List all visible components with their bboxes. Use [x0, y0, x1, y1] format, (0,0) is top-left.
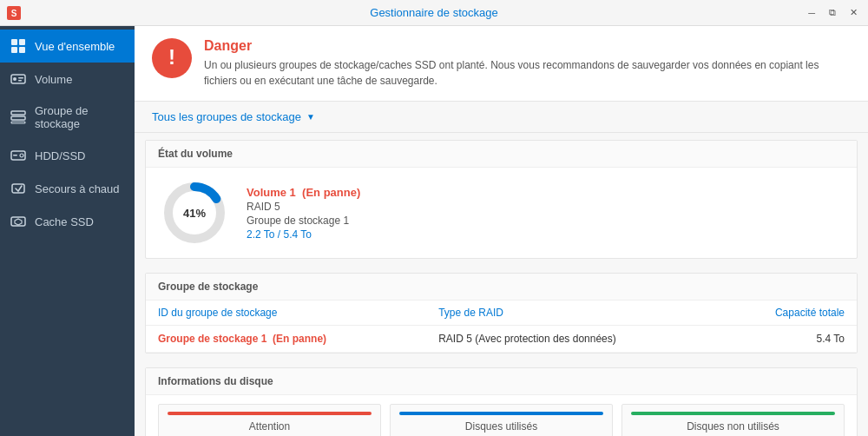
volume-size: 2.2 To / 5.4 To	[247, 228, 843, 241]
sidebar: Vue d'ensemble Volume Groupe de stockage	[0, 26, 135, 436]
restore-button[interactable]: ⧉	[825, 5, 839, 20]
svg-rect-15	[13, 155, 17, 156]
svg-text:S: S	[11, 9, 17, 18]
sidebar-item-secours[interactable]: Secours à chaud	[0, 172, 135, 205]
svg-rect-5	[19, 47, 25, 53]
svg-point-14	[20, 154, 23, 157]
volume-group: Groupe de stockage 1	[247, 215, 843, 227]
svg-rect-2	[11, 39, 17, 45]
svg-rect-10	[11, 111, 25, 115]
volume-state-body: 41% Volume 1 (En panne) RAID 5 Groupe de…	[146, 168, 857, 258]
danger-text-block: Danger Un ou plusieurs groupes de stocka…	[204, 38, 851, 89]
dashboard-icon	[10, 38, 26, 54]
table-row: Groupe de stockage 1 (En panne) RAID 5 (…	[146, 326, 857, 353]
svg-rect-8	[18, 77, 23, 79]
cache-icon	[10, 214, 26, 229]
secours-icon	[10, 181, 26, 196]
app-title: Gestionnaire de stockage	[370, 6, 497, 19]
danger-title: Danger	[204, 38, 851, 54]
danger-banner: ! Danger Un ou plusieurs groupes de stoc…	[135, 26, 868, 102]
sg-status: (En panne)	[273, 333, 326, 345]
main-content: ! Danger Un ou plusieurs groupes de stoc…	[135, 26, 868, 436]
sidebar-label-vue-ensemble: Vue d'ensemble	[35, 40, 115, 53]
attention-label: Attention	[168, 420, 372, 433]
svg-rect-3	[19, 39, 25, 45]
section-header[interactable]: Tous les groupes de stockage ▼	[135, 102, 868, 133]
sg-name-cell: Groupe de stockage 1 (En panne)	[146, 326, 426, 353]
danger-exclamation: !	[168, 47, 175, 68]
sidebar-item-hdd-ssd[interactable]: HDD/SSD	[0, 139, 135, 172]
svg-rect-11	[11, 116, 25, 120]
donut-percent-label: 41%	[183, 207, 206, 220]
disk-cards-row: Attention 1 Disques utilisés 2 Disques n…	[158, 404, 845, 436]
hdd-icon	[10, 148, 26, 163]
storage-group-card: Groupe de stockage ID du groupe de stock…	[145, 273, 858, 353]
sidebar-label-cache: Cache SSD	[35, 215, 94, 228]
disk-card-unused: Disques non utilisés 1	[621, 404, 845, 436]
svg-rect-4	[11, 47, 17, 53]
section-header-label[interactable]: Tous les groupes de stockage	[152, 110, 301, 123]
used-bar	[399, 412, 603, 415]
unused-bar	[631, 412, 835, 415]
unused-label: Disques non utilisés	[631, 420, 835, 433]
storage-group-table: ID du groupe de stockage Type de RAID Ca…	[146, 301, 857, 353]
minimize-button[interactable]: ─	[805, 6, 819, 20]
sidebar-label-groupe: Groupe de stockage	[35, 104, 124, 130]
used-label: Disques utilisés	[399, 420, 603, 433]
sidebar-item-groupe-stockage[interactable]: Groupe de stockage	[0, 96, 135, 139]
col-raid: Type de RAID	[426, 301, 720, 326]
volume-state-title: État du volume	[146, 141, 857, 168]
danger-icon-circle: !	[152, 38, 192, 78]
app-icon: S	[7, 6, 21, 20]
svg-point-7	[13, 77, 16, 81]
groupe-icon	[10, 109, 26, 125]
danger-description: Un ou plusieurs groupes de stockage/cach…	[204, 57, 851, 89]
svg-rect-9	[18, 80, 22, 82]
sidebar-item-volume[interactable]: Volume	[0, 63, 135, 96]
sg-raid-cell: RAID 5 (Avec protection des données)	[426, 326, 720, 353]
sg-capacity-cell: 5.4 To	[720, 326, 857, 353]
col-capacity: Capacité totale	[720, 301, 857, 326]
volume-raid: RAID 5	[247, 201, 843, 213]
donut-chart: 41%	[160, 178, 229, 248]
col-id: ID du groupe de stockage	[146, 301, 426, 326]
dropdown-arrow-icon[interactable]: ▼	[306, 112, 315, 122]
sidebar-label-volume: Volume	[35, 73, 72, 86]
volume-name: Volume 1 (En panne)	[247, 186, 843, 199]
disk-info-body: Attention 1 Disques utilisés 2 Disques n…	[146, 395, 857, 436]
sidebar-item-cache-ssd[interactable]: Cache SSD	[0, 205, 135, 238]
svg-rect-12	[11, 122, 25, 123]
volume-status: (En panne)	[302, 186, 360, 199]
volume-state-card: État du volume 41% Volume 1 (En pan	[145, 140, 858, 259]
window-controls: ─ ⧉ ✕	[805, 5, 861, 20]
app-body: Vue d'ensemble Volume Groupe de stockage	[0, 26, 868, 436]
sidebar-item-vue-ensemble[interactable]: Vue d'ensemble	[0, 30, 135, 63]
disk-card-used: Disques utilisés 2	[390, 404, 613, 436]
sidebar-label-secours: Secours à chaud	[35, 182, 120, 195]
disk-card-attention: Attention 1	[158, 404, 381, 436]
close-button[interactable]: ✕	[846, 5, 861, 20]
volume-info: Volume 1 (En panne) RAID 5 Groupe de sto…	[247, 186, 843, 241]
storage-group-title: Groupe de stockage	[146, 274, 857, 301]
attention-bar	[168, 412, 372, 415]
title-bar: S Gestionnaire de stockage ─ ⧉ ✕	[0, 0, 868, 26]
volume-icon	[10, 71, 26, 87]
sidebar-label-hdd: HDD/SSD	[35, 149, 86, 162]
disk-info-title: Informations du disque	[146, 368, 857, 395]
disk-info-card: Informations du disque Attention 1 Disqu…	[145, 367, 858, 436]
